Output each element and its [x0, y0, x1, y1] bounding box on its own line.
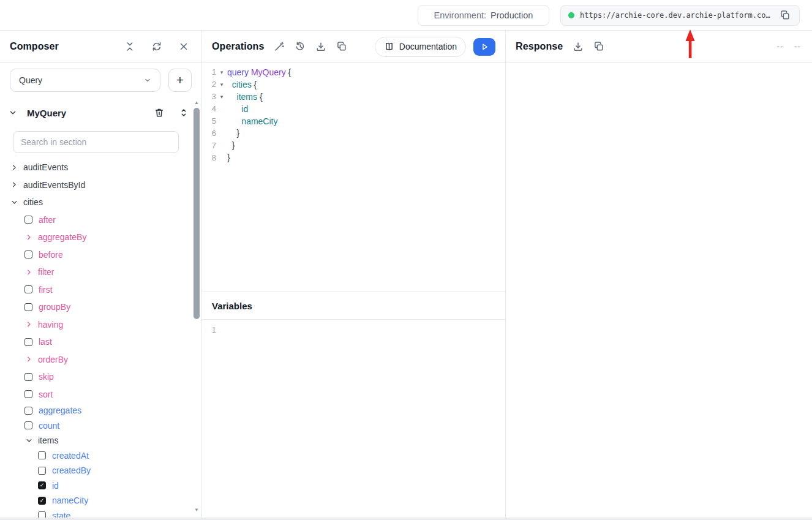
tree-item-orderBy[interactable]: orderBy: [0, 351, 201, 369]
tree-item-having[interactable]: having: [0, 316, 201, 334]
tree-item-createdAt[interactable]: createdAt: [0, 448, 201, 464]
scrollbar-up-arrow[interactable]: ▲: [193, 100, 200, 105]
field-checkbox[interactable]: ✓: [38, 481, 46, 489]
field-checkbox[interactable]: [24, 390, 32, 398]
field-checkbox[interactable]: [38, 467, 46, 475]
response-latency-placeholder: --: [776, 42, 783, 51]
query-section-row: MyQuery: [7, 104, 192, 122]
history-button[interactable]: [292, 39, 308, 55]
tree-item-label: orderBy: [38, 355, 68, 364]
copy-icon: [780, 10, 791, 21]
chevron-down-icon: [24, 436, 34, 445]
code-line: 6 }: [202, 127, 505, 139]
chevron-right-icon: [24, 233, 34, 242]
code-token: items: [237, 92, 257, 102]
collapse-all-button[interactable]: [122, 39, 138, 55]
field-checkbox[interactable]: [24, 251, 32, 258]
field-checkbox[interactable]: [24, 338, 32, 346]
environment-selector[interactable]: Environment: Production: [418, 5, 549, 26]
tree-item-label: aggregates: [39, 405, 81, 415]
prettify-button[interactable]: [271, 39, 287, 55]
code-token: }: [227, 128, 239, 138]
tree-item-state[interactable]: state: [0, 508, 201, 518]
code-token: [227, 80, 232, 89]
tree-item-createdBy[interactable]: createdBy: [0, 463, 201, 478]
line-number: 7: [202, 141, 216, 150]
field-checkbox[interactable]: ✓: [38, 497, 46, 505]
status-dot-icon: [568, 12, 574, 18]
tree-item-items[interactable]: items: [0, 433, 201, 448]
fold-marker-icon[interactable]: ▾: [216, 81, 227, 88]
tree-item-label: auditEvents: [23, 162, 68, 172]
field-checkbox[interactable]: [24, 407, 32, 415]
tree-item-auditEvents[interactable]: auditEvents: [0, 159, 201, 176]
code-line: 2▾ cities {: [202, 78, 505, 91]
code-token: {: [257, 92, 263, 102]
field-checkbox[interactable]: [24, 373, 32, 381]
code-token: cities: [232, 80, 252, 89]
tree-item-before[interactable]: before: [0, 246, 201, 264]
field-checkbox[interactable]: [24, 285, 32, 293]
tree-item-aggregates[interactable]: aggregates: [0, 403, 201, 418]
download-response-button[interactable]: [570, 39, 586, 55]
tree-item-count[interactable]: count: [0, 418, 201, 434]
tree-item-label: auditEventsById: [23, 180, 85, 190]
scrollbar-down-arrow[interactable]: ▼: [193, 508, 200, 513]
field-tree: auditEventsauditEventsByIdcitiesafteragg…: [0, 159, 201, 518]
tree-item-label: having: [38, 320, 63, 330]
documentation-button[interactable]: Documentation: [375, 37, 466, 57]
refresh-button[interactable]: [149, 39, 165, 55]
line-number: 1: [202, 67, 216, 77]
tree-item-after[interactable]: after: [0, 211, 201, 229]
environment-value: Production: [491, 10, 533, 20]
download-icon: [573, 41, 584, 52]
field-checkbox[interactable]: [24, 303, 32, 311]
copy-url-button[interactable]: [777, 7, 793, 23]
field-checkbox[interactable]: [38, 451, 46, 459]
tree-item-last[interactable]: last: [0, 333, 201, 351]
delete-query-button[interactable]: [151, 105, 167, 121]
reorder-query-button[interactable]: [176, 105, 192, 121]
close-composer-button[interactable]: [176, 39, 192, 55]
download-query-button[interactable]: [313, 39, 329, 55]
field-checkbox[interactable]: [24, 421, 32, 429]
fold-marker-icon[interactable]: ▾: [216, 94, 227, 100]
chevron-down-icon[interactable]: [7, 107, 18, 118]
chevron-right-icon: [24, 355, 34, 364]
tree-item-label: createdBy: [52, 465, 91, 475]
scrollbar-thumb[interactable]: [194, 108, 200, 319]
field-checkbox[interactable]: [38, 511, 46, 518]
copy-response-button[interactable]: [591, 39, 607, 55]
chevron-down-icon: [10, 198, 19, 207]
trash-icon: [154, 107, 165, 118]
tree-item-auditEventsById[interactable]: auditEventsById: [0, 176, 201, 194]
tree-item-groupBy[interactable]: groupBy: [0, 298, 201, 316]
tree-item-filter[interactable]: filter: [0, 263, 201, 281]
code-token: nameCity: [241, 116, 277, 126]
tree-item-nameCity[interactable]: ✓nameCity: [0, 493, 201, 508]
code-token: {: [286, 67, 291, 77]
run-query-button[interactable]: [473, 38, 495, 56]
tree-item-cities[interactable]: cities: [0, 194, 201, 211]
variables-editor[interactable]: 1: [202, 320, 505, 334]
search-input[interactable]: [13, 131, 179, 153]
tree-item-aggregateBy[interactable]: aggregateBy: [0, 228, 201, 246]
tree-item-sort[interactable]: sort: [0, 386, 201, 404]
line-number: 5: [202, 116, 216, 126]
wand-icon: [274, 41, 285, 52]
add-operation-button[interactable]: +: [168, 69, 192, 92]
operation-type-select[interactable]: Query: [10, 69, 160, 92]
tree-item-first[interactable]: first: [0, 281, 201, 299]
fold-marker-icon[interactable]: ▾: [216, 69, 227, 75]
top-bar: Environment: Production https://archie-c…: [0, 0, 812, 31]
query-editor[interactable]: 1▾query MyQuery {2▾ cities {3▾ items {4 …: [202, 63, 505, 164]
tree-item-skip[interactable]: skip: [0, 368, 201, 386]
code-line: 1▾query MyQuery {: [202, 66, 505, 78]
operations-title: Operations: [212, 41, 264, 52]
field-checkbox[interactable]: [24, 216, 32, 224]
copy-query-button[interactable]: [334, 39, 350, 55]
tree-item-label: before: [39, 250, 63, 260]
horizontal-scrollbar-track[interactable]: [0, 518, 812, 520]
tree-item-id[interactable]: ✓id: [0, 478, 201, 494]
variables-line-number: 1: [202, 325, 216, 334]
